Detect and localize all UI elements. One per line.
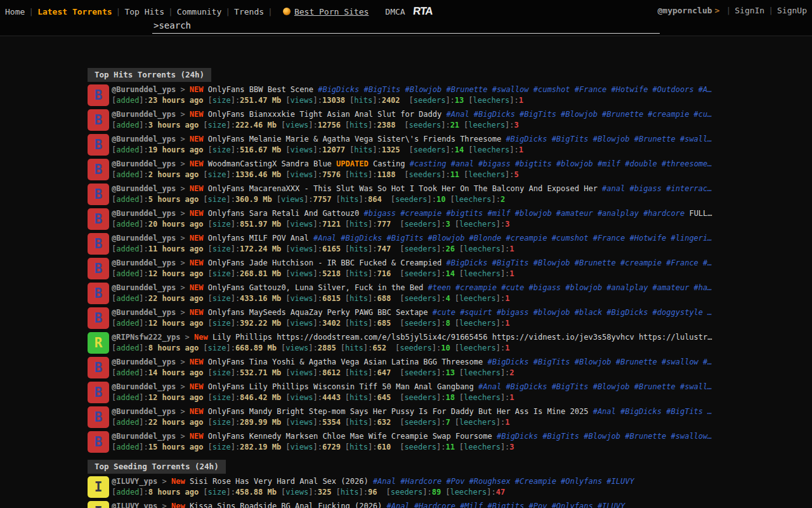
username-link[interactable]: @Burunddel_yps [112, 209, 176, 218]
username-link[interactable]: @Burunddel_yps [112, 234, 176, 243]
username-link[interactable]: @Burunddel_yps [112, 135, 176, 144]
account-divider: | [726, 6, 731, 15]
account-name[interactable]: @mypornclub [657, 6, 712, 15]
user-avatar[interactable]: B [88, 307, 109, 329]
torrent-tags[interactable]: #BigDicks #BigTits #Blowjob #Brunette #s… [497, 432, 712, 441]
torrent-tags[interactable]: #Anal #BigDicks #BigTits … [593, 407, 712, 416]
torrent-tags[interactable]: #BigDicks #BigTits #Blowjob #Brunette #s… [488, 358, 712, 366]
username-link[interactable]: @Burunddel_yps [112, 184, 176, 193]
meta-size: [size]:289.99 Mb [208, 417, 282, 427]
user-avatar[interactable]: B [88, 258, 109, 279]
user-avatar[interactable]: I [88, 476, 109, 498]
torrent-tags[interactable]: #Anal #BigDicks #BigTits #Blowjob #Blond… [313, 234, 712, 243]
username-link[interactable]: @Burunddel_yps [112, 110, 176, 119]
username-link[interactable]: @Burunddel_yps [112, 308, 176, 317]
user-avatar[interactable]: B [88, 382, 109, 403]
user-avatar[interactable]: B [88, 134, 109, 156]
torrent-title-link[interactable]: OnlyFans Kennedy Marksen Chloe Mae Wife … [208, 432, 492, 441]
torrent-tags[interactable]: #BigDicks #BigTits #Blowjob #Brunette #s… [318, 85, 712, 94]
meta-leechers: [leechers]:1 [455, 343, 510, 353]
nav-community[interactable]: Community [177, 7, 221, 17]
torrent-title-link[interactable]: Sisi Rose Has Very Hard Anal Sex (2026) [190, 477, 369, 486]
dmca-link[interactable]: DMCA [385, 7, 405, 17]
torrent-tags[interactable]: #Anal #Hardcore #Pov #Roughsex #Creampie… [373, 477, 634, 486]
user-avatar[interactable]: B [88, 184, 109, 205]
torrent-meta-line: [added]:14 hours ago[size]:532.71 Mb[vie… [112, 368, 751, 378]
meta-size: [size]:668.89 Mb [203, 343, 277, 353]
torrent-title-cont[interactable]: Casting [373, 159, 405, 168]
new-badge: NEW [190, 432, 204, 441]
torrent-title-link[interactable]: OnlyFans Tina Yoshi & Agatha Vega Asian … [208, 358, 483, 366]
torrent-tags[interactable]: #Anal #BigDicks #BigTits #Blowjob #Brune… [446, 110, 712, 119]
torrent-meta-line: [added]:22 hours ago[size]:433.16 Mb[vie… [112, 293, 751, 304]
user-avatar[interactable]: B [88, 208, 109, 230]
torrent-title-link[interactable]: Lily Phillips https://doodstream.com/e/l… [213, 333, 712, 342]
torrent-tags[interactable]: #anal #bigass #interrac… [602, 184, 712, 193]
torrent-title-link[interactable]: OnlyFans Mandy Bright Step-mom Says Her … [208, 407, 589, 416]
torrent-tags[interactable]: #Anal #BigDicks #BigTits #Blowjob #Brune… [478, 382, 712, 391]
user-avatar[interactable]: R [88, 332, 109, 354]
username-link[interactable]: @Burunddel_yps [112, 159, 176, 168]
user-avatar[interactable]: B [88, 233, 109, 255]
username-link[interactable]: @Burunddel_yps [112, 382, 176, 391]
torrent-tags[interactable]: #teen #creampie #cute #bigass #blowjob #… [428, 283, 712, 292]
torrent-row: B @Burunddel_yps > NEW Onlyfans MaySeeds… [88, 307, 812, 329]
torrent-tags[interactable]: #BigDicks #BigTits #Blowjob #Brunette #c… [446, 258, 712, 267]
nav-trends[interactable]: Trends [234, 7, 264, 17]
torrent-tags[interactable]: #bigass #creampie #bigtits #milf #blowjo… [363, 209, 684, 218]
username-link[interactable]: @Burunddel_yps [112, 85, 176, 94]
torrent-title-link[interactable]: WoodmanCastingX Sandra Blue [208, 159, 332, 168]
user-avatar[interactable]: B [88, 109, 109, 131]
user-avatar[interactable]: B [88, 357, 109, 378]
username-link[interactable]: @Burunddel_yps [112, 432, 176, 441]
torrent-meta-line: [added]:12 hours ago[size]:846.42 Mb[vie… [112, 392, 751, 403]
meta-views: [views]:6165 [285, 244, 341, 254]
user-avatar[interactable]: I [88, 501, 109, 508]
torrent-title-link[interactable]: OnlyFans BBW Best Scene [208, 85, 313, 94]
nav-top-hits[interactable]: Top Hits [124, 7, 164, 17]
user-avatar[interactable]: B [88, 431, 109, 453]
user-avatar[interactable]: B [88, 84, 109, 106]
torrent-tags[interactable]: #Anal #Hardcore #Milf #Bigtits #Pov #Onl… [387, 502, 625, 508]
torrent-title-link[interactable]: OnlyFans Jade Hutchison - IR BBC Fucked … [208, 258, 442, 267]
nav-latest-torrents[interactable]: Latest Torrents [37, 7, 112, 17]
torrent-tags[interactable]: #BigDicks #BigTits #Blowjob #Brunette #s… [506, 135, 712, 144]
torrent-title-link[interactable]: Kissa Sins Roadside BG Anal Fucking (202… [190, 502, 382, 508]
username-link[interactable]: @RIPNsfw222_yps [112, 333, 180, 342]
user-avatar[interactable]: B [88, 159, 109, 180]
torrent-title-link[interactable]: Onlyfans MaySeeds AquaZay Perky PAWG BBC… [208, 308, 428, 317]
signup-link[interactable]: SignUp [777, 6, 807, 15]
nav-home[interactable]: Home [5, 7, 25, 17]
meta-hits: [hits]:645 [345, 392, 391, 403]
torrent-title-link[interactable]: OnlyFans Bianxxxkie Tight Asian Anal Slu… [208, 110, 442, 119]
username-link[interactable]: @Burunddel_yps [112, 407, 176, 416]
meta-hits: [hits]:1325 [350, 145, 400, 155]
username-link[interactable]: @ILUVY_yps [112, 477, 157, 486]
torrent-meta-line: [added]:23 hours ago[size]:251.47 Mb[vie… [112, 95, 751, 106]
torrent-meta-line: [added]:2 hours ago[size]:1336.46 Mb[vie… [112, 170, 751, 180]
torrent-title-link[interactable]: OnlyFans Gattouz0, Luna Silver, Fuck in … [208, 283, 424, 292]
signin-link[interactable]: SignIn [735, 6, 764, 15]
torrent-title-link[interactable]: OnlyFans Melanie Marie & Agatha Vega Sis… [208, 135, 501, 144]
torrent-title-link[interactable]: OnlyFans MacarenaXXX - This Slut Was So … [208, 184, 598, 193]
torrent-title-link[interactable]: Onlyfans MILF POV Anal [208, 234, 309, 243]
user-avatar[interactable]: B [88, 406, 109, 428]
torrent-title-link[interactable]: OnlyFans Lily Phillips Wisconsin Tiff 50… [208, 382, 474, 391]
username-link[interactable]: @Burunddel_yps [112, 358, 176, 366]
torrent-row: I @ILUVY_yps > New Sisi Rose Has Very Ha… [88, 476, 812, 498]
meta-size: [size]:532.71 Mb [208, 368, 282, 378]
username-link[interactable]: @Burunddel_yps [112, 283, 176, 292]
username-link[interactable]: @Burunddel_yps [112, 258, 176, 267]
meta-leechers: [leechers]:1 [459, 392, 514, 403]
meta-hits: [hits]:777 [345, 219, 391, 229]
torrent-tags[interactable]: #cute #squirt #bigass #blowjob #black #B… [433, 308, 712, 317]
best-porn-sites-link[interactable]: Best Porn Sites [294, 7, 369, 17]
search-input[interactable] [152, 19, 660, 34]
torrent-title-link[interactable]: Onlyfans Sara Retali And Gattouz0 [208, 209, 359, 218]
new-badge: NEW [190, 308, 204, 317]
new-badge: NEW [190, 382, 204, 391]
username-link[interactable]: @ILUVY_yps [112, 502, 157, 508]
meta-hits: [hits]:647 [345, 368, 391, 378]
user-avatar[interactable]: B [88, 283, 109, 304]
torrent-tags[interactable]: #casting #anal #bigass #bigtits #blowjob… [410, 159, 712, 168]
